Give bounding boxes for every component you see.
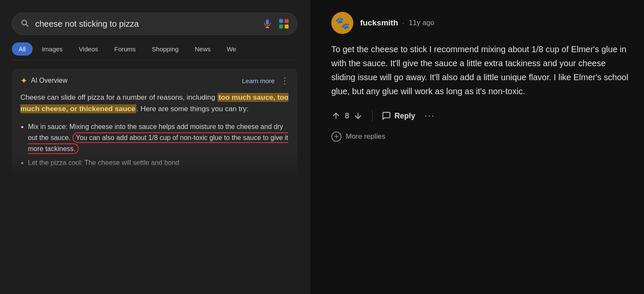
tab-news[interactable]: News: [188, 42, 218, 56]
avatar-emoji: 🐾: [335, 16, 350, 30]
body-text-before: Cheese can slide off pizza for a number …: [20, 93, 217, 101]
downvote-icon: [353, 111, 363, 120]
svg-rect-0: [266, 20, 269, 25]
search-bar[interactable]: cheese not sticking to pizza: [12, 13, 297, 35]
comment-time: 11y ago: [409, 19, 435, 27]
svg-rect-4: [285, 19, 289, 23]
bullet-item-2: Let the pizza cool: The cheese will sett…: [28, 157, 289, 168]
comment-header: 🐾 fucksmith · 11y ago: [331, 12, 629, 34]
tab-forums[interactable]: Forums: [107, 42, 142, 56]
ai-overview-title: ✦ AI Overview: [20, 76, 67, 86]
search-input[interactable]: cheese not sticking to pizza: [35, 19, 262, 29]
sparkle-icon: ✦: [20, 76, 28, 86]
learn-more-button[interactable]: Learn more: [242, 77, 275, 84]
action-separator: [372, 110, 372, 121]
ai-overview-section: ✦ AI Overview Learn more ⋮ Cheese can sl…: [12, 69, 297, 179]
google-search-panel: cheese not sticking to pizza All Images …: [0, 0, 309, 294]
bullet-list: Mix in sauce: Mixing cheese into the sau…: [20, 121, 289, 168]
ai-overview-label: AI Overview: [31, 77, 67, 84]
avatar: 🐾: [331, 12, 353, 34]
username: fucksmith: [360, 18, 398, 28]
comment-actions: 8 Reply ···: [331, 110, 629, 121]
bullet-item-1: Mix in sauce: Mixing cheese into the sau…: [28, 121, 289, 154]
comment-meta: fucksmith · 11y ago: [360, 18, 434, 28]
comment-panel: 🐾 fucksmith · 11y ago To get the cheese …: [310, 0, 644, 294]
vote-count: 8: [345, 112, 349, 120]
reply-button[interactable]: Reply: [382, 111, 415, 120]
bullet-2-text: Let the pizza cool: The cheese will sett…: [28, 159, 179, 166]
separator-dot: ·: [402, 19, 405, 28]
ai-overview-actions: Learn more ⋮: [242, 76, 289, 86]
svg-rect-3: [279, 19, 283, 23]
ai-body-text: Cheese can slide off pizza for a number …: [20, 92, 289, 115]
tab-images[interactable]: Images: [35, 42, 69, 56]
ai-overview-header: ✦ AI Overview Learn more ⋮: [20, 76, 289, 86]
more-options-icon[interactable]: ···: [425, 110, 435, 121]
svg-rect-6: [285, 25, 289, 28]
more-replies-button[interactable]: + More replies: [331, 132, 629, 142]
svg-rect-5: [279, 25, 283, 28]
tab-all[interactable]: All: [12, 42, 33, 56]
search-icons: [262, 18, 289, 29]
downvote-button[interactable]: [353, 111, 363, 120]
tab-shopping[interactable]: Shopping: [145, 42, 185, 56]
reply-icon: [382, 111, 391, 120]
upvote-button[interactable]: [331, 111, 341, 120]
tab-more[interactable]: We: [220, 42, 243, 56]
overflow-menu-icon[interactable]: ⋮: [280, 76, 289, 86]
search-icon: [20, 18, 29, 29]
more-replies-label: More replies: [346, 132, 386, 141]
plus-icon: +: [331, 132, 341, 142]
google-lens-icon[interactable]: [278, 18, 289, 29]
microphone-icon[interactable]: [262, 19, 272, 29]
tab-videos[interactable]: Videos: [72, 42, 105, 56]
upvote-icon: [331, 111, 341, 120]
comment-body: To get the cheese to stick I recommend m…: [331, 42, 629, 98]
body-text-after: . Here are some things you can try:: [136, 105, 249, 113]
reply-label: Reply: [394, 112, 415, 120]
vote-section: 8: [331, 111, 363, 120]
search-tabs: All Images Videos Forums Shopping News W…: [12, 42, 297, 60]
